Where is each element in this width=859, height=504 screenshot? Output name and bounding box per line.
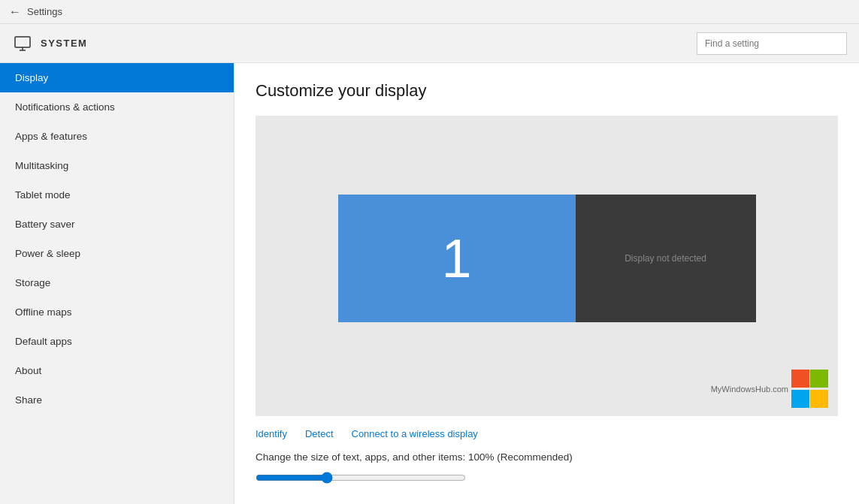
logo-block-red bbox=[791, 370, 809, 388]
header-row: SYSTEM bbox=[0, 24, 859, 63]
size-label: Change the size of text, apps, and other… bbox=[256, 451, 838, 463]
slider-container bbox=[256, 472, 466, 487]
links-row: Identify Detect Connect to a wireless di… bbox=[256, 428, 838, 439]
monitor-secondary[interactable]: Display not detected bbox=[576, 195, 756, 322]
connect-link[interactable]: Connect to a wireless display bbox=[352, 428, 478, 439]
display-preview-container: 1 Display not detected MyWindowsHub.com bbox=[256, 116, 838, 416]
watermark: MyWindowsHub.com bbox=[711, 370, 830, 409]
sidebar-item-battery[interactable]: Battery saver bbox=[0, 210, 234, 239]
logo-block-blue bbox=[791, 390, 809, 408]
svg-rect-0 bbox=[15, 37, 30, 47]
sidebar-item-power[interactable]: Power & sleep bbox=[0, 239, 234, 268]
monitor-secondary-text: Display not detected bbox=[625, 253, 706, 264]
content-area: Customize your display 1 Display not det… bbox=[234, 63, 859, 504]
logo-block-yellow bbox=[810, 390, 828, 408]
sidebar-item-notifications[interactable]: Notifications & actions bbox=[0, 92, 234, 122]
sidebar-item-share[interactable]: Share bbox=[0, 385, 234, 415]
sidebar-item-default-apps[interactable]: Default apps bbox=[0, 327, 234, 356]
sidebar-item-display[interactable]: Display bbox=[0, 63, 234, 92]
identify-link[interactable]: Identify bbox=[256, 428, 287, 439]
size-slider[interactable] bbox=[256, 472, 466, 484]
title-bar: ← Settings bbox=[0, 0, 859, 24]
system-icon bbox=[12, 33, 33, 54]
system-title: SYSTEM bbox=[41, 38, 87, 49]
sidebar-item-tablet[interactable]: Tablet mode bbox=[0, 180, 234, 210]
monitor-primary-number: 1 bbox=[441, 228, 471, 289]
monitor-primary[interactable]: 1 bbox=[338, 195, 576, 322]
page-title: Customize your display bbox=[256, 81, 838, 101]
search-box[interactable] bbox=[697, 32, 847, 55]
sidebar-item-about[interactable]: About bbox=[0, 356, 234, 385]
sidebar-item-storage[interactable]: Storage bbox=[0, 268, 234, 297]
logo-block-green bbox=[810, 370, 828, 388]
back-arrow-icon: ← bbox=[9, 5, 21, 19]
main-content: Display Notifications & actions Apps & f… bbox=[0, 63, 859, 504]
watermark-text: MyWindowsHub.com bbox=[711, 385, 788, 394]
display-monitors: 1 Display not detected bbox=[338, 195, 756, 322]
sidebar: Display Notifications & actions Apps & f… bbox=[0, 63, 234, 504]
title-bar-label: Settings bbox=[27, 6, 62, 17]
sidebar-item-multitasking[interactable]: Multitasking bbox=[0, 151, 234, 180]
detect-link[interactable]: Detect bbox=[305, 428, 334, 439]
watermark-logo bbox=[791, 370, 830, 409]
search-input[interactable] bbox=[705, 38, 839, 49]
back-button[interactable]: ← Settings bbox=[9, 5, 62, 19]
sidebar-item-offline-maps[interactable]: Offline maps bbox=[0, 297, 234, 327]
sidebar-item-apps[interactable]: Apps & features bbox=[0, 122, 234, 151]
